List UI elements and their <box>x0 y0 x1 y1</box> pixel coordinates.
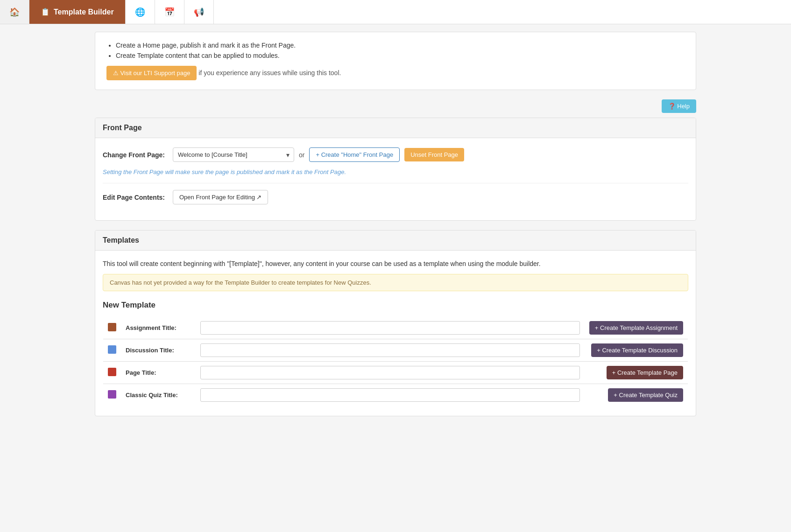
assignment-btn-cell: + Create Template Assignment <box>585 317 688 339</box>
help-row: ❓ Help <box>95 99 696 113</box>
discussion-label: Discussion Title: <box>126 347 174 354</box>
home-icon: 🏠 <box>9 7 20 17</box>
create-template-quiz-button[interactable]: + Create Template Quiz <box>608 388 683 402</box>
assignment-label: Assignment Title: <box>126 324 177 331</box>
table-row: Page Title: + Create Template Page <box>103 362 688 384</box>
nav-template-builder[interactable]: 📋 Template Builder <box>29 0 126 24</box>
open-front-page-button[interactable]: Open Front Page for Editing ↗ <box>173 190 268 204</box>
page-label-cell: Page Title: <box>121 362 196 384</box>
nav-tree[interactable]: 🌐 <box>126 0 155 24</box>
front-page-italic-info: Setting the Front Page will make sure th… <box>103 168 688 175</box>
table-row: Classic Quiz Title: + Create Template Qu… <box>103 384 688 406</box>
page-icon <box>108 368 116 376</box>
quiz-label-cell: Classic Quiz Title: <box>121 384 196 406</box>
create-template-assignment-button[interactable]: + Create Template Assignment <box>589 321 683 335</box>
discussion-title-input[interactable] <box>200 343 580 357</box>
front-page-select-wrapper: Welcome to [Course Title] <box>173 147 294 162</box>
info-list: Create a Home page, publish it and mark … <box>106 42 685 59</box>
assignment-icon-cell <box>103 317 121 339</box>
assignment-title-input[interactable] <box>200 321 580 335</box>
edit-page-contents-row: Edit Page Contents: Open Front Page for … <box>103 190 688 204</box>
templates-header: Templates <box>95 231 696 251</box>
front-page-body: Change Front Page: Welcome to [Course Ti… <box>95 138 696 220</box>
templates-warning: Canvas has not yet provided a way for th… <box>103 274 688 291</box>
assignment-icon <box>108 323 116 331</box>
announce-icon: 📢 <box>194 7 204 17</box>
page-title-input[interactable] <box>200 366 580 379</box>
quiz-icon-cell <box>103 384 121 406</box>
front-page-select[interactable]: Welcome to [Course Title] <box>173 147 294 162</box>
page-input-cell <box>196 362 585 384</box>
edit-page-contents-label: Edit Page Contents: <box>103 194 168 201</box>
nav-home[interactable]: 🏠 <box>0 0 29 24</box>
discussion-input-cell <box>196 339 585 362</box>
template-builder-icon: 📋 <box>41 7 50 16</box>
quiz-btn-cell: + Create Template Quiz <box>585 384 688 406</box>
discussion-icon-cell <box>103 339 121 362</box>
calendar-icon: 📅 <box>164 7 175 17</box>
page-btn-cell: + Create Template Page <box>585 362 688 384</box>
tree-icon: 🌐 <box>135 7 145 17</box>
top-nav: 🏠 📋 Template Builder 🌐 📅 📢 <box>0 0 791 24</box>
templates-body: This tool will create content beginning … <box>95 251 696 416</box>
quiz-icon <box>108 390 116 399</box>
nav-announce[interactable]: 📢 <box>184 0 214 24</box>
create-template-discussion-button[interactable]: + Create Template Discussion <box>591 343 683 357</box>
assignment-label-cell: Assignment Title: <box>121 317 196 339</box>
support-text: if you experience any issues while using… <box>198 69 341 77</box>
assignment-input-cell <box>196 317 585 339</box>
discussion-label-cell: Discussion Title: <box>121 339 196 362</box>
new-template-title: New Template <box>103 301 688 310</box>
info-box: Create a Home page, publish it and mark … <box>95 32 696 90</box>
nav-calendar[interactable]: 📅 <box>155 0 184 24</box>
templates-panel: Templates This tool will create content … <box>95 230 696 416</box>
quiz-input-cell <box>196 384 585 406</box>
quiz-label: Classic Quiz Title: <box>126 392 178 399</box>
templates-desc: This tool will create content beginning … <box>103 260 688 267</box>
table-row: Assignment Title: + Create Template Assi… <box>103 317 688 339</box>
help-button[interactable]: ❓ Help <box>662 99 696 113</box>
front-page-panel: Front Page Change Front Page: Welcome to… <box>95 118 696 221</box>
page-label: Page Title: <box>126 369 156 376</box>
change-front-page-label: Change Front Page: <box>103 151 168 159</box>
page-icon-cell <box>103 362 121 384</box>
discussion-icon <box>108 345 116 354</box>
info-bullet-2: Create Template content that can be appl… <box>116 52 685 59</box>
info-bullet-1: Create a Home page, publish it and mark … <box>116 42 685 49</box>
discussion-btn-cell: + Create Template Discussion <box>585 339 688 362</box>
nav-template-builder-label: Template Builder <box>54 8 114 16</box>
table-row: Discussion Title: + Create Template Disc… <box>103 339 688 362</box>
create-template-page-button[interactable]: + Create Template Page <box>607 366 683 379</box>
front-page-divider <box>103 183 688 183</box>
unset-front-page-button[interactable]: Unset Front Page <box>404 148 464 161</box>
main-content: Create a Home page, publish it and mark … <box>87 24 704 433</box>
or-text: or <box>299 151 304 159</box>
change-front-page-row: Change Front Page: Welcome to [Course Ti… <box>103 147 688 162</box>
quiz-title-input[interactable] <box>200 388 580 402</box>
template-table: Assignment Title: + Create Template Assi… <box>103 316 688 406</box>
front-page-header: Front Page <box>95 118 696 138</box>
create-home-front-page-button[interactable]: + Create "Home" Front Page <box>309 147 400 162</box>
support-button[interactable]: ⚠ Visit our LTI Support page <box>106 66 197 80</box>
